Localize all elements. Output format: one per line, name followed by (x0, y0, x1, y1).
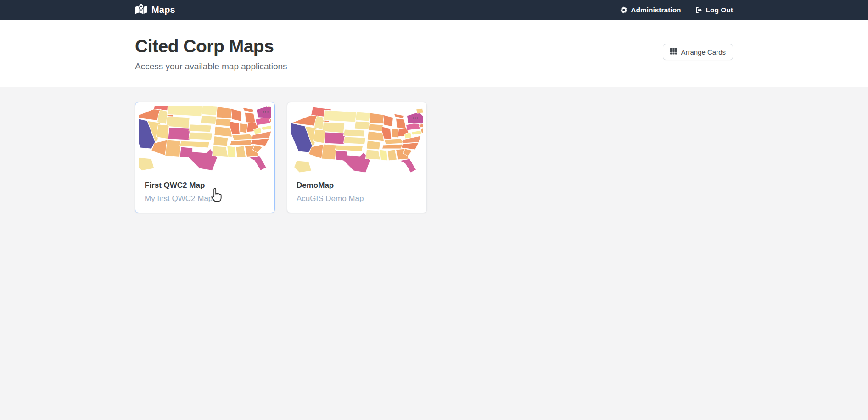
nav-item-label: Log Out (706, 6, 733, 14)
map-thumbnail (139, 106, 271, 174)
nav-item-administration[interactable]: Administration (620, 6, 681, 14)
brand-label: Maps (151, 5, 175, 15)
nav-item-logout[interactable]: Log Out (695, 6, 733, 14)
map-card[interactable]: First QWC2 Map My first QWC2 Map (135, 102, 275, 213)
arrange-cards-button[interactable]: Arrange Cards (663, 44, 733, 60)
us-map-graphic (291, 106, 423, 174)
map-card-body: DemoMap AcuGIS Demo Map (291, 181, 423, 203)
page-subtitle: Access your available map applications (135, 62, 287, 72)
main-content: First QWC2 Map My first QWC2 Map DemoMap… (0, 87, 868, 420)
map-card-title: First QWC2 Map (145, 181, 265, 190)
sign-out-icon (695, 6, 703, 14)
nav-item-label: Administration (631, 6, 681, 14)
cards-grid: First QWC2 Map My first QWC2 Map DemoMap… (135, 102, 733, 213)
map-card-title: DemoMap (297, 181, 417, 190)
header-text-block: Cited Corp Maps Access your available ma… (135, 36, 287, 72)
us-map-graphic (139, 106, 271, 174)
grid-icon (670, 48, 677, 56)
map-card-description: My first QWC2 Map (145, 194, 265, 203)
page-title: Cited Corp Maps (135, 36, 287, 57)
map-card-body: First QWC2 Map My first QWC2 Map (139, 181, 271, 203)
top-navbar: Maps Administration L (0, 0, 868, 20)
page-header: Cited Corp Maps Access your available ma… (0, 20, 868, 87)
gear-icon (620, 6, 627, 14)
map-thumbnail (291, 106, 423, 174)
arrange-cards-label: Arrange Cards (681, 48, 726, 56)
brand-link[interactable]: Maps (135, 4, 175, 17)
map-card[interactable]: DemoMap AcuGIS Demo Map (287, 102, 427, 213)
map-marked-icon (135, 4, 147, 17)
navbar-links: Administration Log Out (620, 6, 733, 14)
map-card-description: AcuGIS Demo Map (297, 194, 417, 203)
